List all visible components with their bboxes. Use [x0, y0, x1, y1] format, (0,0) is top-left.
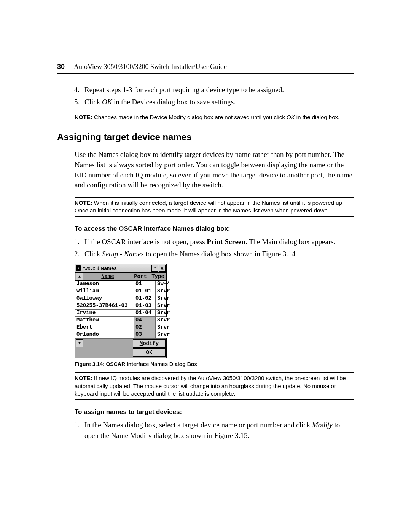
- cell-type: Srvr: [156, 295, 175, 302]
- column-port-header[interactable]: Port: [131, 273, 150, 280]
- cell-type: Srvr: [156, 302, 175, 309]
- assign-step-1: In the Names dialog box, select a target…: [81, 420, 354, 441]
- cell-name: William: [75, 288, 134, 295]
- dialog-rows: Jameson01Sw-4William01-01SrvrGalloway01-…: [75, 281, 166, 339]
- cell-port: 01: [134, 281, 156, 288]
- table-row[interactable]: Galloway01-02Srvr: [75, 295, 166, 302]
- cell-port: 04: [134, 317, 156, 324]
- brand-text: Avocent: [83, 265, 99, 271]
- names-dialog: ✦ Avocent Names ? X ▲ Name Port Type Jam…: [75, 264, 167, 358]
- cell-port: 01-04: [134, 310, 156, 316]
- close-button[interactable]: X: [159, 265, 166, 272]
- dialog-titlebar: ✦ Avocent Names ? X: [75, 264, 166, 273]
- figure-caption: Figure 3.14: OSCAR Interface Names Dialo…: [75, 361, 354, 367]
- guide-title: AutoView 3050/3100/3200 Switch Installer…: [74, 63, 227, 71]
- cell-port: 01-01: [134, 288, 156, 295]
- column-name-header[interactable]: Name: [84, 273, 131, 280]
- modify-button[interactable]: Modify: [133, 339, 166, 348]
- page-header: 30 AutoView 3050/3100/3200 Switch Instal…: [57, 63, 354, 74]
- column-header-row: ▲ Name Port Type: [75, 273, 166, 281]
- table-row[interactable]: William01-01Srvr: [75, 288, 166, 295]
- note-initial-connection: NOTE: When it is initially connected, a …: [75, 197, 354, 217]
- table-row[interactable]: Ebert02Srvr: [75, 324, 166, 331]
- cell-type: Sw-4: [156, 281, 175, 288]
- section-heading: Assigning target device names: [57, 132, 354, 142]
- table-row[interactable]: 520255-37B461-0301-03Srvr: [75, 302, 166, 310]
- dialog-title: Names: [100, 265, 151, 271]
- table-row[interactable]: Jameson01Sw-4: [75, 281, 166, 288]
- table-row[interactable]: Orlando03Srvr: [75, 331, 166, 339]
- assign-heading: To assign names to target devices:: [75, 408, 354, 416]
- table-row[interactable]: Matthew04Srvr: [75, 317, 166, 324]
- cell-type: Srvr: [156, 288, 175, 295]
- access-heading: To access the OSCAR interface Names dial…: [75, 225, 354, 233]
- note-label: NOTE:: [75, 114, 92, 120]
- page-number: 30: [57, 63, 65, 71]
- cell-name: 520255-37B461-03: [75, 302, 134, 309]
- access-steps: If the OSCAR interface is not open, pres…: [57, 236, 354, 259]
- cell-type: Srvr: [156, 324, 175, 331]
- sort-up-button[interactable]: ▲: [76, 273, 83, 280]
- continuation-steps: Repeat steps 1-3 for each port requiring…: [57, 85, 354, 107]
- cell-name: Ebert: [75, 324, 134, 331]
- cell-name: Orlando: [75, 331, 134, 338]
- cell-name: Galloway: [75, 295, 134, 302]
- step-4: Repeat steps 1-3 for each port requiring…: [81, 85, 354, 95]
- names-dialog-figure: ✦ Avocent Names ? X ▲ Name Port Type Jam…: [75, 264, 354, 358]
- access-step-1: If the OSCAR interface is not open, pres…: [81, 236, 354, 247]
- cell-type: Srvr: [156, 317, 175, 324]
- cell-port: 03: [134, 331, 156, 338]
- cell-port: 02: [134, 324, 156, 331]
- document-page: 30 AutoView 3050/3100/3200 Switch Instal…: [0, 0, 411, 532]
- brand-icon: ✦: [76, 265, 81, 271]
- cell-port: 01-03: [134, 302, 156, 309]
- dialog-footer: ▼ Modify OK: [75, 339, 166, 358]
- step-5: Click OK in the Devices dialog box to sa…: [81, 97, 354, 107]
- note-label: NOTE:: [75, 200, 92, 206]
- cell-type: Srvr: [156, 310, 175, 316]
- help-button[interactable]: ?: [151, 265, 158, 272]
- cell-name: Jameson: [75, 281, 134, 288]
- cell-port: 01-02: [134, 295, 156, 302]
- table-row[interactable]: Irvine01-04Srvr: [75, 310, 166, 317]
- sort-down-button[interactable]: ▼: [76, 339, 83, 347]
- ok-button[interactable]: OK: [133, 348, 166, 357]
- cell-name: Irvine: [75, 310, 134, 316]
- note-iq-modules: NOTE: If new IQ modules are discovered b…: [75, 372, 354, 400]
- note-device-modify: NOTE: Changes made in the Device Modify …: [75, 112, 354, 123]
- access-step-2: Click Setup - Names to open the Names di…: [81, 249, 354, 259]
- section-paragraph: Use the Names dialog box to identify tar…: [75, 150, 354, 190]
- note-label: NOTE:: [75, 375, 92, 381]
- cell-name: Matthew: [75, 317, 134, 324]
- column-type-header[interactable]: Type: [150, 273, 166, 280]
- assign-steps: In the Names dialog box, select a target…: [57, 420, 354, 441]
- cell-type: Srvr: [156, 331, 175, 338]
